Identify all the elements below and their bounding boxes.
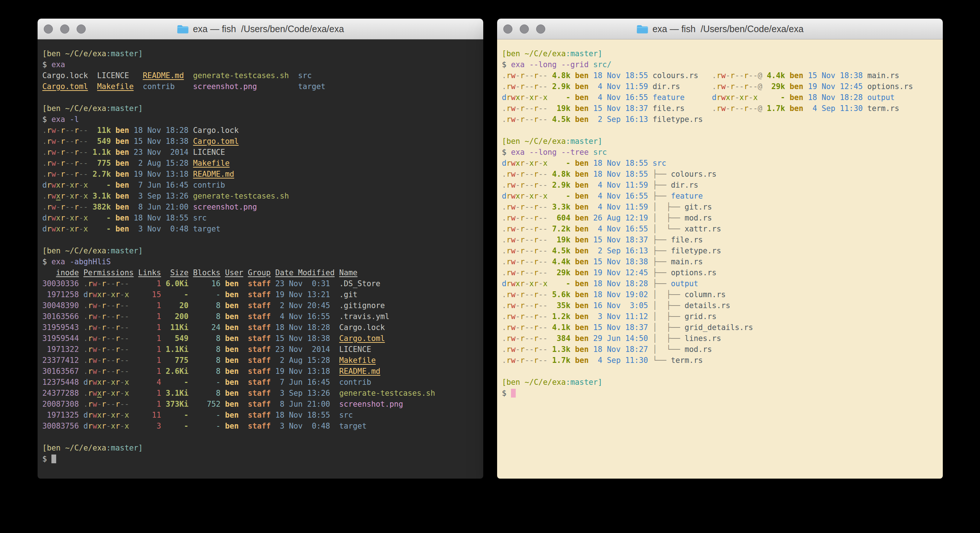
perm-char: r [520,82,525,91]
perm-char: r [507,345,511,354]
perm-char: r [534,159,539,168]
perm-char: @ [757,71,762,80]
text-segment: 4 Nov 16:55 [589,191,648,200]
traffic-lights [44,19,86,39]
text-segment: 1971258 [42,290,79,299]
terminal-line: 30163566 .rw-r--r-- 1 200 8 ben staff 4 … [42,311,483,322]
perm-char: - [516,301,520,310]
text-segment: $ [42,115,51,124]
text-segment: staff [239,279,271,288]
perm-char: r [507,268,511,277]
terminal-content[interactable]: [ben ~/C/e/exa:master]$ exa --long --gri… [497,40,943,479]
close-button[interactable] [503,24,512,34]
perm-char: - [516,257,520,266]
text-segment: 1.1k [88,148,111,156]
terminal-line: [ben ~/C/e/exa:master] [42,48,483,59]
perm-char: - [120,345,125,354]
minimize-button[interactable] [60,24,69,34]
zoom-button[interactable] [76,24,86,34]
text-segment: :master] [106,49,143,58]
perm-char: . [84,389,88,397]
perm-char: r [507,235,511,244]
text-segment: ben [111,181,129,190]
text-segment [648,104,653,113]
text-segment: .git [330,290,358,299]
text-segment: ben [570,71,589,80]
text-segment: 8 Jun 21:00 [270,400,330,409]
titlebar[interactable]: exa — fish /Users/ben/Code/exa/exa [497,19,943,40]
perm-char: x [70,225,75,233]
text-segment [648,257,653,266]
text-segment [134,82,143,91]
text-segment: $ [502,148,511,156]
perm-char: - [543,345,548,354]
terminal-line [42,92,483,103]
terminal-line: $ exa --long --tree src [502,147,943,158]
perm-char: w [511,203,516,211]
text-segment: │ ├── [652,334,684,343]
perm-char: - [106,334,111,343]
perm-char: - [543,225,548,233]
perm-char: - [70,137,75,146]
perm-char: - [120,312,125,321]
text-segment: 20087308 [42,400,79,409]
perm-char: - [543,257,548,266]
text-segment: 20 [161,301,189,310]
text-segment [648,203,653,211]
zoom-button[interactable] [536,24,545,34]
perm-char: . [502,235,507,244]
perm-char: r [60,191,65,200]
perm-char: r [60,159,65,168]
perm-char: r [88,290,93,299]
terminal-window-light[interactable]: exa — fish /Users/ben/Code/exa/exa [ben … [497,19,943,479]
close-button[interactable] [44,24,53,34]
text-segment [79,290,84,299]
perm-char: - [516,345,520,354]
text-segment [648,191,653,200]
titlebar[interactable]: exa — fish /Users/ben/Code/exa/exa [38,19,483,40]
text-segment: staff [239,290,271,299]
perm-char: w [51,159,56,168]
text-segment: 4 Sep 11:30 [589,356,648,365]
text-segment: 1.7k [547,356,570,365]
minimize-button[interactable] [520,24,529,34]
text-segment: README.md [193,170,234,179]
text-segment [648,181,653,190]
terminal-line: .rw-r--r-- 4.4k ben 15 Nov 18:38 ├── mai… [502,256,943,267]
text-segment: ben [220,389,239,397]
perm-char: r [534,93,539,102]
perm-char: r [75,203,79,211]
perm-char: x [543,191,548,200]
perm-char: . [712,82,717,91]
text-segment: 1971325 [42,411,79,420]
text-segment: main.rs [867,71,899,80]
perm-char: w [511,93,516,102]
perm-char: - [84,148,88,156]
perm-char: d [84,378,88,386]
text-segment: 24377288 [42,389,79,397]
text-segment: ben [111,159,129,168]
text-segment: colours.rs [652,71,698,80]
terminal-line: 1971322 .rw-r--r-- 1 1.1Ki 8 ben staff 2… [42,344,483,355]
perm-char: r [47,170,52,179]
text-segment: 4.5k [547,115,570,124]
terminal-window-dark[interactable]: exa — fish /Users/ben/Code/exa/exa [ben … [38,19,483,479]
terminal-line: drwxr-xr-x - ben 4 Nov 16:55 feature drw… [502,92,943,103]
text-segment: - [189,290,221,299]
terminal-content[interactable]: [ben ~/C/e/exa:master]$ exaCargo.lock LI… [38,40,483,479]
text-segment [189,137,193,146]
text-segment: ben [220,367,239,376]
perm-char: - [543,290,548,299]
perm-char: r [115,389,120,397]
text-segment: │ ├── [652,290,684,299]
perm-char: . [502,181,507,190]
perm-char: r [520,104,525,113]
terminal-line: .rw-r--r-- 1.7k ben 4 Sep 11:30 └── term… [502,355,943,366]
text-segment: 4 Nov 11:59 [589,181,648,190]
perm-char: - [65,148,70,156]
perm-char: w [721,104,726,113]
text-segment: 18 Nov 18:28 [129,126,189,135]
perm-char: - [106,422,111,431]
perm-char: - [70,159,75,168]
text-segment: output [867,93,895,102]
